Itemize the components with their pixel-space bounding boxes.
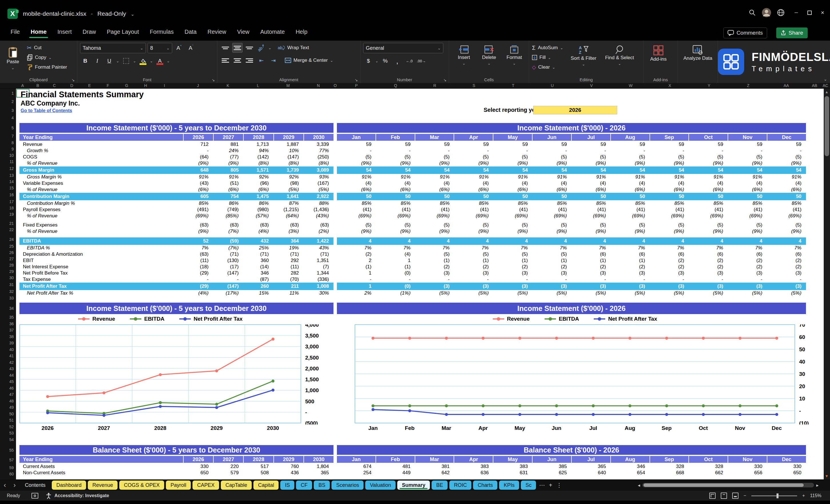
value-cell[interactable]: 1,641 xyxy=(274,194,304,199)
row-header-60[interactable]: 60 xyxy=(9,472,14,476)
value-cell[interactable]: 10% xyxy=(274,148,304,154)
menu-tab-help[interactable]: Help xyxy=(290,25,313,39)
value-cell[interactable]: (4) xyxy=(376,251,415,257)
value-cell[interactable]: 432 xyxy=(243,238,273,244)
column-header-S[interactable]: S xyxy=(473,83,475,88)
zoom-out-button[interactable]: − xyxy=(744,493,746,498)
row-header-47[interactable]: 47 xyxy=(9,392,14,397)
value-cell[interactable]: 7% xyxy=(728,245,767,251)
value-cell[interactable]: (3) xyxy=(689,270,728,276)
row-label-cell[interactable]: Net Profit After Tax % xyxy=(20,290,183,296)
value-cell[interactable]: 50 xyxy=(376,194,415,199)
value-cell[interactable]: (3) xyxy=(454,283,493,289)
value-cell[interactable]: (98) xyxy=(274,181,304,186)
value-cell[interactable]: (5%) xyxy=(767,290,806,296)
sheet-tab-sc[interactable]: Sc xyxy=(521,480,536,490)
value-cell[interactable]: (6) xyxy=(728,251,767,257)
value-cell[interactable]: (9%) xyxy=(649,228,689,234)
company-name[interactable]: ABC Company Inc. xyxy=(21,99,80,107)
row-header-53[interactable]: 53 xyxy=(9,431,14,435)
column-header-U[interactable]: U xyxy=(551,83,554,88)
value-cell[interactable]: (3) xyxy=(532,283,571,289)
sheet-tab-cf[interactable]: CF xyxy=(296,480,312,490)
value-cell[interactable]: (3) xyxy=(649,283,689,289)
column-header-cell[interactable]: Feb xyxy=(376,134,415,141)
row-label-cell[interactable]: Non-Current Assets xyxy=(20,470,183,476)
row-label-cell[interactable]: Variable Expenses xyxy=(20,181,183,186)
value-cell[interactable]: (43%) xyxy=(304,213,333,219)
currency-format-button[interactable]: $ xyxy=(363,56,374,66)
column-header-cell[interactable]: Aug xyxy=(610,456,649,463)
value-cell[interactable]: (5%) xyxy=(274,187,304,192)
value-cell[interactable]: (5) xyxy=(532,154,571,160)
value-cell[interactable]: 668 xyxy=(649,470,689,476)
value-cell[interactable]: 85% xyxy=(493,200,533,206)
value-cell[interactable]: (749) xyxy=(213,207,243,213)
value-cell[interactable]: 674 xyxy=(337,464,376,469)
value-cell[interactable]: - xyxy=(376,277,415,282)
value-cell[interactable]: 85% xyxy=(571,200,611,206)
value-cell[interactable]: 4 xyxy=(689,238,728,244)
value-cell[interactable]: 91% xyxy=(728,174,767,180)
value-cell[interactable]: (9%) xyxy=(689,228,728,234)
value-cell[interactable]: (5%) xyxy=(649,290,689,296)
value-cell[interactable]: (69%) xyxy=(376,213,415,219)
value-cell[interactable]: (3) xyxy=(728,283,767,289)
value-cell[interactable]: 85% xyxy=(689,200,728,206)
value-cell[interactable]: (69%) xyxy=(767,213,806,219)
value-cell[interactable]: (3%) xyxy=(274,228,304,234)
value-cell[interactable]: 86% xyxy=(243,200,273,206)
value-cell[interactable]: 1,344 xyxy=(304,270,333,276)
value-cell[interactable]: (3) xyxy=(415,270,454,276)
value-cell[interactable]: 292 xyxy=(274,258,304,263)
value-cell[interactable]: 346 xyxy=(611,464,650,469)
value-cell[interactable]: (3) xyxy=(493,270,533,276)
fill-color-button[interactable] xyxy=(138,56,148,66)
value-cell[interactable]: (2%) xyxy=(304,228,333,234)
value-cell[interactable]: - xyxy=(213,277,243,282)
value-cell[interactable]: (6%) xyxy=(611,187,650,192)
value-cell[interactable]: (1) xyxy=(376,264,415,270)
chevron-down-icon[interactable]: ⌄ xyxy=(133,59,136,63)
legend-item[interactable]: EBITDA xyxy=(130,316,164,322)
row-header-22[interactable]: 22 xyxy=(9,227,14,232)
format-cells-button[interactable]: Format ⌄ xyxy=(502,43,526,75)
value-cell[interactable]: 365 xyxy=(304,470,333,476)
value-cell[interactable]: - xyxy=(376,148,415,154)
column-header-cell[interactable]: 2028 xyxy=(243,456,273,463)
value-cell[interactable]: 91% xyxy=(571,174,611,180)
row-label-cell[interactable]: Growth % xyxy=(20,148,183,154)
vertical-scrollbar[interactable]: ▲ ▼ xyxy=(824,89,830,479)
value-cell[interactable]: (69%) xyxy=(689,213,728,219)
underline-button[interactable]: U xyxy=(104,56,115,66)
clipboard-dialog-launcher[interactable]: ↘ xyxy=(71,78,75,82)
value-cell[interactable]: 50 xyxy=(571,194,611,199)
row-label-cell[interactable]: Current Assets xyxy=(20,464,183,469)
column-header-cell[interactable]: Sep xyxy=(649,456,689,463)
value-cell[interactable]: 85% xyxy=(649,200,689,206)
value-cell[interactable]: - xyxy=(415,148,454,154)
zoom-slider[interactable] xyxy=(752,496,797,496)
value-cell[interactable]: (1,436) xyxy=(304,207,333,213)
value-cell[interactable]: 436 xyxy=(274,470,304,476)
accessibility-status[interactable]: Accessibility: Investigate xyxy=(54,493,109,498)
value-cell[interactable]: (2) xyxy=(649,258,689,263)
value-cell[interactable]: 54 xyxy=(532,167,571,173)
row-header-50[interactable]: 50 xyxy=(9,412,14,416)
row-header-55[interactable]: 55 xyxy=(9,448,14,452)
value-cell[interactable]: (9%) xyxy=(611,160,650,166)
column-header-cell[interactable]: 2027 xyxy=(213,134,243,141)
value-cell[interactable]: 650 xyxy=(767,470,806,476)
value-cell[interactable]: - xyxy=(183,277,213,282)
page-layout-view-button[interactable] xyxy=(721,493,727,499)
value-cell[interactable]: 85% xyxy=(767,200,806,206)
value-cell[interactable]: (41) xyxy=(415,207,454,213)
value-cell[interactable]: 2 xyxy=(337,258,376,263)
value-cell[interactable]: (6) xyxy=(611,251,650,257)
value-cell[interactable]: (2) xyxy=(493,264,533,270)
legend-item[interactable]: Revenue xyxy=(78,316,115,322)
column-header-B[interactable]: B xyxy=(36,83,39,88)
value-cell[interactable]: (4) xyxy=(728,181,767,186)
value-cell[interactable]: (147) xyxy=(274,154,304,160)
row-header-38[interactable]: 38 xyxy=(9,335,14,339)
